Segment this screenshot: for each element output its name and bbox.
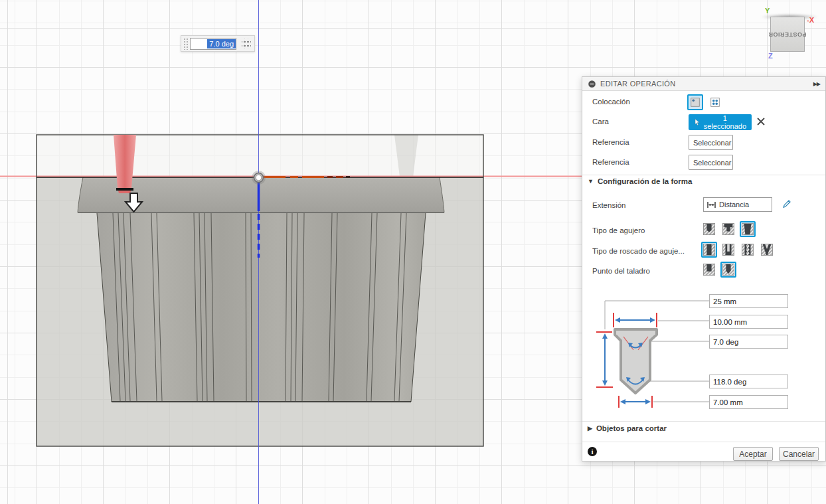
placement-single-button[interactable] xyxy=(687,94,703,110)
edit-operation-dialog: EDITAR OPERACIÓN ▶▶ Colocación Cara 1 se… xyxy=(582,76,826,462)
shape-section-title: Configuración de la forma xyxy=(598,177,693,185)
reference1-select-button[interactable]: Seleccionar xyxy=(689,135,733,150)
hole-type-counterbore-button[interactable] xyxy=(720,221,736,237)
divider xyxy=(582,421,825,422)
more-options-icon[interactable] xyxy=(242,39,251,49)
drill-point-angle-button[interactable] xyxy=(720,262,736,278)
flat-point-icon xyxy=(703,264,715,276)
simple-thread-icon xyxy=(703,244,715,256)
thread-type-simple-button[interactable] xyxy=(701,242,717,258)
taper-angle-input[interactable] xyxy=(709,335,788,349)
drill-point-flat-button[interactable] xyxy=(701,262,717,278)
collapse-triangle-icon: ▼ xyxy=(588,178,594,185)
fusion-360-hole-edit-screen: { "floating_input": { "value": "7.0 deg"… xyxy=(0,0,826,504)
viewcube-face-label: POSTERIOR xyxy=(768,31,807,38)
face-selection-count: 1 seleccionado xyxy=(704,114,746,130)
divider xyxy=(582,442,825,442)
face-selection-button[interactable]: 1 seleccionado xyxy=(689,114,752,130)
clearance-hole-icon xyxy=(722,244,734,256)
hole-type-label: Tipo de agujero xyxy=(592,226,645,234)
cut-objects-section-header[interactable]: ▶ Objetos para cortar xyxy=(588,424,667,432)
thread-type-taper-tapped-button[interactable] xyxy=(759,242,775,258)
countersink-section-icon xyxy=(742,223,754,235)
floating-dimension-toolbar: 7.0 deg xyxy=(181,35,255,52)
info-icon[interactable] xyxy=(588,447,597,456)
extension-label: Extensión xyxy=(592,201,626,209)
axis-x-label: -X xyxy=(807,16,814,24)
face-label: Cara xyxy=(592,118,609,126)
dialog-title: EDITAR OPERACIÓN xyxy=(600,80,675,88)
angle-dimension-value: 7.0 deg xyxy=(207,39,236,48)
axis-y-label: Y xyxy=(765,7,770,15)
hole-type-simple-button[interactable] xyxy=(701,221,717,237)
cursor-icon xyxy=(694,118,701,127)
view-cube[interactable]: POSTERIOR xyxy=(770,17,805,52)
counterbore-section-icon xyxy=(722,223,734,235)
placement-multiple-button[interactable] xyxy=(707,94,723,110)
cancel-button[interactable]: Cancelar xyxy=(779,447,819,461)
edit-pencil-icon[interactable] xyxy=(782,199,792,209)
single-hole-icon xyxy=(689,96,701,108)
placement-label: Colocación xyxy=(592,98,630,106)
angle-dimension-input[interactable]: 7.0 deg xyxy=(190,38,236,50)
shape-section-header[interactable]: ▼ Configuración de la forma xyxy=(588,177,692,185)
expand-triangle-icon: ▶ xyxy=(588,425,592,432)
tapped-hole-icon xyxy=(742,244,754,256)
angle-point-icon xyxy=(722,264,734,276)
collapse-circle-icon[interactable] xyxy=(588,80,596,88)
distance-icon xyxy=(706,201,716,209)
cut-objects-title: Objetos para cortar xyxy=(596,424,667,432)
simple-hole-section-icon xyxy=(703,223,715,235)
dock-arrows-icon[interactable]: ▶▶ xyxy=(813,81,820,87)
diameter-input[interactable] xyxy=(709,315,788,329)
extension-dropdown[interactable]: Distancia xyxy=(703,197,772,212)
dialog-header[interactable]: EDITAR OPERACIÓN ▶▶ xyxy=(582,77,825,91)
drill-point-label: Punto del taladro xyxy=(592,267,650,275)
divider xyxy=(582,175,825,175)
extension-value: Distancia xyxy=(719,201,749,209)
clear-selection-icon[interactable] xyxy=(756,117,766,126)
multiple-holes-icon xyxy=(709,96,721,108)
reference1-label: Referencia xyxy=(592,138,629,146)
point-angle-input[interactable] xyxy=(709,375,788,388)
hole-diagram xyxy=(582,286,715,416)
drag-handle-icon[interactable] xyxy=(183,37,189,50)
tip-diameter-input[interactable] xyxy=(709,395,788,409)
depth-input[interactable] xyxy=(709,294,788,308)
axis-z-label: Z xyxy=(768,52,773,60)
accept-button[interactable]: Aceptar xyxy=(733,447,773,461)
thread-type-label: Tipo de roscado de aguje... xyxy=(592,247,685,255)
taper-tapped-hole-icon xyxy=(761,244,773,256)
hole-type-countersink-button[interactable] xyxy=(740,221,756,237)
reference2-label: Referencia xyxy=(592,158,629,166)
reference2-select-button[interactable]: Seleccionar xyxy=(689,155,733,170)
thread-type-tapped-button[interactable] xyxy=(740,242,756,258)
thread-type-clearance-button[interactable] xyxy=(720,242,736,258)
